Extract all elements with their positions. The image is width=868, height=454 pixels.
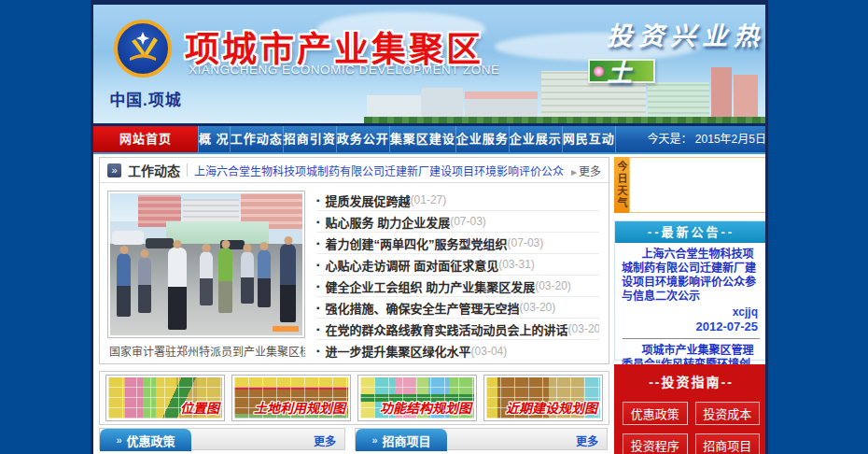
tab-label: 招商项目	[383, 432, 431, 449]
weather-panel	[629, 157, 768, 213]
site-logo	[114, 20, 172, 78]
news-list-item[interactable]: ▪ 心贴心走访调研 面对面征求意见 (03-31)	[316, 254, 599, 276]
news-link: 进一步提升集聚区绿化水平	[326, 342, 471, 360]
map-thumbnail-function-structure[interactable]: 功能结构规划图	[357, 375, 477, 421]
divider	[187, 163, 188, 177]
photo-person	[117, 253, 131, 317]
photo-person	[241, 251, 254, 304]
news-list: ▪ 提质发展促跨越 (01-27) ▪ 贴心服务 助力企业发展 (07-03) …	[316, 190, 599, 362]
map-label: 土地利用规划图	[254, 398, 345, 417]
banner-building	[465, 92, 538, 118]
announcements-title: --最新公告--	[615, 221, 767, 243]
nav-item-work-news[interactable]: 工作动态	[230, 126, 283, 152]
photo-person	[280, 244, 296, 322]
today-date: 今天是： 2015年2月5日星期四	[615, 126, 768, 152]
photo-caption-link[interactable]: 国家审计署驻郑州特派员到产业集聚区核...	[109, 343, 305, 359]
banner-building	[367, 95, 421, 118]
nav-item-overview[interactable]: 概 况	[198, 126, 230, 152]
nav-item-zone-construction[interactable]: 集聚区建设	[389, 126, 455, 152]
button-investment-procedure[interactable]: 投资程序	[623, 433, 688, 454]
map-thumbnail-location[interactable]: 位置图	[105, 375, 225, 421]
bullet-icon: ▪	[316, 238, 320, 248]
news-date: (03-20)	[568, 322, 599, 335]
news-date: (03-04)	[471, 345, 508, 358]
announcement-link[interactable]: 上海六合堂生物科技项城制药有限公司迁建新厂建设项目环境影响评价公众参与信息二次公…	[615, 243, 767, 305]
news-link: 健全企业工会组织 助力产业集聚区发展	[326, 277, 536, 295]
investment-projects-more-link[interactable]: 更多	[576, 433, 598, 448]
tab-preferential-policy[interactable]: » 优惠政策	[100, 429, 191, 451]
banner-slogan: 投资兴业热土	[607, 16, 765, 89]
news-date: (03-20)	[535, 279, 571, 292]
nav-item-enterprise-show[interactable]: 企业展示	[509, 126, 562, 152]
photo-person	[200, 251, 213, 305]
photo-person	[258, 249, 271, 307]
news-list-item[interactable]: ▪ 着力创建“两单四化”服务型党组织 (07-03)	[316, 233, 599, 254]
news-list-item[interactable]: ▪ 在党的群众路线教育实践活动动员会上的讲话 (03-20)	[316, 319, 599, 340]
tab-investment-projects[interactable]: » 招商项目	[356, 429, 447, 451]
content-area: » 工作动态 上海六合堂生物科技项城制药有限公司迁建新厂建设项目环境影响评价公众…	[93, 154, 765, 454]
bullet-icon: ▪	[316, 260, 320, 270]
map-thumbnail-recent-construction[interactable]: 近期建设规划图	[483, 375, 603, 421]
photo-timestamp	[273, 326, 299, 332]
news-list-item[interactable]: ▪ 贴心服务 助力企业发展 (07-03)	[316, 211, 599, 233]
map-label: 近期建设规划图	[506, 398, 597, 417]
preferential-policy-more-link[interactable]: 更多	[314, 433, 336, 448]
news-link: 在党的群众路线教育实践活动动员会上的讲话	[326, 320, 568, 338]
announcement-date: 2012-07-25	[615, 319, 767, 333]
more-arrow-icon: ▸	[571, 165, 577, 178]
work-news-section: » 工作动态 上海六合堂生物科技项城制药有限公司迁建新厂建设项目环境影响评价公众…	[99, 157, 609, 364]
banner-treeline	[364, 117, 765, 123]
button-preferential-policy[interactable]: 优惠政策	[623, 402, 688, 425]
news-link: 提质发展促跨越	[326, 192, 411, 209]
weather-widget: 今日天气	[614, 157, 768, 213]
news-date: (07-03)	[508, 236, 544, 249]
news-link: 贴心服务 助力企业发展	[326, 213, 451, 231]
news-date: (03-31)	[498, 258, 535, 271]
news-list-item[interactable]: ▪ 强化措施、确保安全生产管理无空挡 (03-20)	[316, 297, 599, 319]
map-label: 位置图	[180, 398, 219, 417]
news-list-item[interactable]: ▪ 健全企业工会组织 助力产业集聚区发展 (03-20)	[316, 276, 599, 297]
news-ticker-link[interactable]: 上海六合堂生物科技项城制药有限公司迁建新厂建设项目环境影响评价公众参与信息一次公…	[194, 163, 565, 178]
photo-person	[218, 248, 232, 313]
section-title: 工作动态	[128, 161, 180, 179]
button-investment-cost[interactable]: 投资成本	[695, 402, 761, 425]
photo-minibus	[112, 231, 144, 245]
nav-item-investment[interactable]: 招商引资	[283, 126, 336, 152]
tab-arrow-icon: »	[116, 434, 121, 446]
work-news-header: » 工作动态 上海六合堂生物科技项城制药有限公司迁建新厂建设项目环境影响评价公众…	[100, 158, 609, 183]
bullet-icon: ▪	[316, 303, 320, 313]
work-news-more-link[interactable]: ▸更多	[571, 163, 601, 178]
preferential-policy-section: » 优惠政策 更多	[99, 428, 345, 454]
site-subtitle: XIANGCHENG ECONOMIC DEVELOPMENT ZONE	[189, 63, 500, 77]
news-list-item[interactable]: ▪ 进一步提升集聚区绿化水平 (03-04)	[316, 340, 599, 362]
news-list-item[interactable]: ▪ 提质发展促跨越 (01-27)	[316, 190, 599, 211]
main-nav: 网站首页 概 况 工作动态 招商引资 政务公开 集聚区建设 企业服务 企业展示 …	[93, 123, 765, 154]
bullet-icon: ▪	[316, 195, 320, 206]
bullet-icon: ▪	[316, 346, 320, 356]
banner-building	[422, 88, 463, 118]
logo-emblem-icon	[122, 28, 163, 69]
page-container: 中国.项城 项城市产业集聚区 XIANGCHENG ECONOMIC DEVEL…	[91, 0, 768, 454]
bullet-icon: ▪	[316, 281, 320, 291]
news-link: 强化措施、确保安全生产管理无空挡	[326, 299, 520, 317]
logo-caption: 中国.项城	[99, 87, 192, 110]
investment-guide-section: --投资指南-- 优惠政策 投资成本 投资程序 招商项目 招商服务 标准化厂房	[614, 364, 768, 454]
news-photo[interactable]	[107, 191, 305, 338]
latest-announcements-section: --最新公告-- 上海六合堂生物科技项城制药有限公司迁建新厂建设项目环境影响评价…	[614, 220, 768, 361]
section-marker-icon: »	[107, 163, 121, 177]
site-banner: 中国.项城 项城市产业集聚区 XIANGCHENG ECONOMIC DEVEL…	[93, 5, 765, 123]
nav-item-interaction[interactable]: 网民互动	[562, 126, 615, 152]
map-thumbnail-land-use[interactable]: 土地利用规划图	[231, 375, 351, 421]
photo-car	[146, 238, 174, 248]
photo-storefront	[166, 221, 269, 246]
nav-item-home[interactable]: 网站首页	[93, 126, 198, 152]
button-investment-projects[interactable]: 招商项目	[695, 433, 761, 454]
bullet-icon: ▪	[316, 324, 320, 334]
nav-item-gov-affairs[interactable]: 政务公开	[336, 126, 389, 152]
news-date: (01-27)	[411, 193, 447, 206]
investment-projects-section: » 招商项目 更多	[355, 428, 608, 454]
news-photo-image	[110, 193, 302, 335]
nav-item-enterprise-service[interactable]: 企业服务	[455, 126, 509, 152]
planning-maps-strip: 位置图 土地利用规划图 功能结构规划图 近期建设规划图	[99, 371, 609, 425]
weather-tab[interactable]: 今日天气	[614, 157, 629, 213]
